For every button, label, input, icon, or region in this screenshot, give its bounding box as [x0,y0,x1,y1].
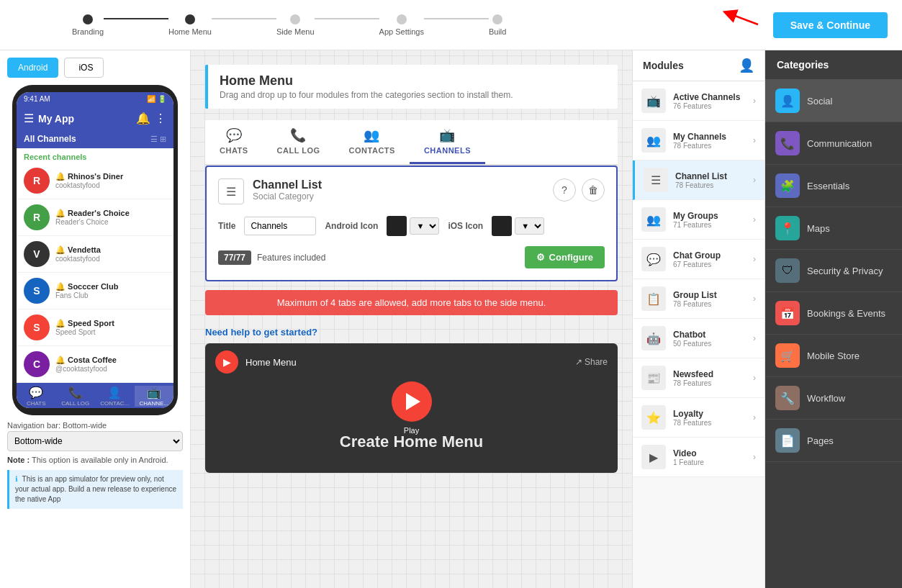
module-list-name-0: Active Channels [673,92,746,102]
channel-list-item[interactable]: V 🔔 Vendetta cooktastyfood [17,236,173,273]
notification-bell-icon[interactable]: 🔔 [136,112,150,125]
ios-button[interactable]: iOS [64,58,104,78]
content-panel: Home Menu Drag and drop up to four modul… [191,50,632,588]
view-toggle-icons[interactable]: ☰ ⊞ [150,135,166,144]
title-field-input[interactable] [244,217,316,235]
module-list-info-1: My Channels 78 Features [673,132,746,150]
android-icon-dropdown[interactable]: ▼ [410,217,439,235]
help-icon-button[interactable]: ? [553,178,576,202]
module-list-info-0: Active Channels 76 Features [673,92,746,110]
category-item-social[interactable]: 👤 Social [765,80,902,122]
module-card-actions: ? 🗑 [553,178,605,202]
nav-bar-select[interactable]: Bottom-wideBottomSide [7,431,183,451]
phone-nav-channe[interactable]: 📺 CHANNE... [135,386,174,407]
category-icon-6: 🛒 [775,343,800,368]
step-homemenu[interactable]: Home Menu [168,14,212,36]
step-connector-2 [212,18,276,19]
module-list-arrow-5: › [753,294,756,304]
tab-call log[interactable]: 📞 CALL LOG [263,120,335,164]
help-section: Need help to get started? ▶ Home Menu ↗ … [205,327,618,473]
hamburger-icon[interactable]: ☰ [24,112,34,125]
android-button[interactable]: Android [7,58,58,78]
tab-icon-0: 💬 [226,127,243,143]
module-list-item-chatbot[interactable]: 🤖 Chatbot 50 Features › [633,319,765,358]
configure-button[interactable]: ⚙ Configure [525,246,605,268]
module-list-info-8: Loyalty 78 Features [673,409,746,427]
module-card: ☰ Channel List Social Category ? 🗑 Title… [205,166,618,281]
ios-icon-dropdown[interactable]: ▼ [515,217,544,235]
channel-sub: Fans Club [55,291,166,299]
category-icon-1: 📞 [775,131,800,155]
channel-list-item[interactable]: R 🔔 Reader's Choice Reader's Choice [17,199,173,236]
category-item-security-&-privacy[interactable]: 🛡 Security & Privacy [765,250,902,292]
category-icon-4: 🛡 [775,258,800,283]
person-icon: 👤 [739,58,754,73]
tab-label-2: CONTACTS [349,146,395,155]
phone-frame: 9:41 AM 📶 🔋 ☰ My App 🔔 ⋮ All Channels ☰ … [12,85,178,415]
module-list-arrow-0: › [753,96,756,106]
nav-label-2: CONTAC... [100,400,129,407]
module-list-info-6: Chatbot 50 Features [673,330,746,348]
module-list-item-active-channels[interactable]: 📺 Active Channels 76 Features › [633,81,765,121]
module-list-item-chat-group[interactable]: 💬 Chat Group 67 Features › [633,240,765,279]
nav-icon-3: 📺 [147,386,161,399]
module-list-arrow-7: › [753,373,756,383]
category-item-mobile-store[interactable]: 🛒 Mobile Store [765,335,902,377]
phone-nav-contac[interactable]: 👤 CONTAC... [95,386,135,407]
top-bar: Branding Home Menu Side Menu App Setting… [0,0,902,50]
module-list-feat-7: 78 Features [673,379,746,387]
phone-signal-icons: 📶 🔋 [147,95,166,103]
save-continue-button[interactable]: Save & Continue [773,12,888,38]
channel-info: 🔔 Speed Sport Speed Sport [55,319,166,336]
phone-panel: Android iOS 9:41 AM 📶 🔋 ☰ My App 🔔 ⋮ [0,50,191,588]
channel-list-item[interactable]: S 🔔 Speed Sport Speed Sport [17,309,173,346]
module-list-arrow-6: › [753,333,756,343]
channel-list-item[interactable]: S 🔔 Socccer Club Fans Club [17,273,173,309]
phone-nav-chats[interactable]: 💬 CHATS [17,386,56,407]
category-item-pages[interactable]: 📄 Pages [765,420,902,462]
tab-contacts[interactable]: 👥 CONTACTS [335,120,410,164]
main-layout: Android iOS 9:41 AM 📶 🔋 ☰ My App 🔔 ⋮ [0,50,902,588]
module-list-item-my-channels[interactable]: 👥 My Channels 78 Features › [633,121,765,160]
category-item-communication[interactable]: 📞 Communication [765,122,902,165]
help-link[interactable]: Need help to get started? [205,327,618,338]
modules-header: Modules 👤 [633,50,765,81]
stepper: Branding Home Menu Side Menu App Setting… [14,14,773,36]
channel-list-item[interactable]: C 🔔 Costa Coffee @cooktastyfood [17,346,173,383]
video-overlay-text: Create Home Menu [340,433,483,451]
module-list-item-group-list[interactable]: 📋 Group List 78 Features › [633,279,765,319]
category-item-workflow[interactable]: 🔧 Workflow [765,377,902,420]
step-branding[interactable]: Branding [72,14,104,36]
category-item-maps[interactable]: 📍 Maps [765,207,902,250]
category-item-essentials[interactable]: 🧩 Essentials [765,165,902,207]
channel-name: 🔔 Rhinos's Diner [55,172,166,181]
module-list-feat-8: 78 Features [673,419,746,427]
delete-icon-button[interactable]: 🗑 [582,178,605,202]
tab-channels[interactable]: 📺 CHANNELS [410,120,485,164]
module-list-item-loyalty[interactable]: ⭐ Loyalty 78 Features › [633,398,765,438]
tab-chats[interactable]: 💬 CHATS [205,120,263,164]
play-button[interactable] [392,381,432,422]
module-list-item-video[interactable]: ▶ Video 1 Feature › [633,438,765,477]
channel-name: 🔔 Vendetta [55,245,166,255]
ios-icon-selector: ▼ [492,216,544,236]
category-item-bookings-&-events[interactable]: 📅 Bookings & Events [765,292,902,335]
step-sidemenu[interactable]: Side Menu [276,14,315,36]
module-list-item-channel-list[interactable]: ☰ Channel List 78 Features › [633,160,765,200]
features-row: 77/77 Features included ⚙ Configure [218,246,605,268]
step-appsettings[interactable]: App Settings [379,14,424,36]
module-list-item-my-groups[interactable]: 👥 My Groups 71 Features › [633,200,765,240]
module-list-name-8: Loyalty [673,409,746,419]
channel-list-container: R 🔔 Rhinos's Diner cooktastyfood R 🔔 Rea… [17,163,173,383]
warning-bar: Maximum of 4 tabs are allowed, add more … [205,290,618,315]
module-list-item-newsfeed[interactable]: 📰 Newsfeed 78 Features › [633,358,765,398]
channel-list: Recent channels R 🔔 Rhinos's Diner cookt… [17,148,173,383]
phone-app-title: My App [38,113,132,125]
channel-list-item[interactable]: R 🔔 Rhinos's Diner cooktastyfood [17,163,173,199]
module-list-icon-7: 📰 [641,366,666,390]
step-connector-3 [315,18,379,19]
more-options-icon[interactable]: ⋮ [155,112,166,125]
phone-nav-calllog[interactable]: 📞 CALL LOG [56,386,96,407]
info-icon: ℹ [15,475,18,483]
step-build[interactable]: Build [489,14,506,36]
